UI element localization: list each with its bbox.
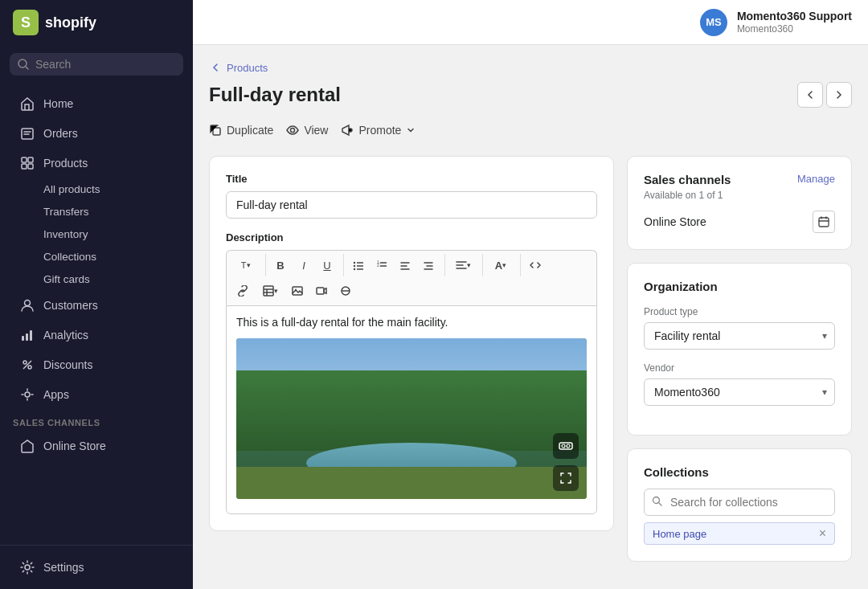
page-title-row: Full-day rental	[209, 82, 852, 108]
sidebar-item-settings[interactable]: Settings	[6, 553, 186, 582]
svg-point-15	[25, 565, 30, 570]
svg-rect-5	[22, 164, 27, 169]
sidebar-item-orders[interactable]: Orders	[6, 119, 186, 148]
strikethrough-button[interactable]	[334, 280, 357, 302]
sidebar-item-customers[interactable]: Customers	[6, 291, 186, 320]
video-button[interactable]	[310, 280, 333, 302]
sidebar-item-discounts-label: Discounts	[43, 358, 92, 371]
action-bar: Duplicate View Promote	[209, 121, 852, 140]
calendar-svg	[818, 216, 829, 227]
view-button[interactable]: View	[286, 121, 328, 140]
shopify-logo[interactable]: S shopify	[0, 0, 193, 45]
collections-title: Collections	[644, 465, 835, 479]
align-button[interactable]: ▾	[448, 254, 477, 276]
duplicate-label: Duplicate	[227, 124, 273, 137]
collections-search-input[interactable]	[644, 489, 835, 516]
sidebar-item-collections[interactable]: Collections	[6, 246, 186, 268]
sidebar: S shopify Home Orders	[0, 0, 193, 589]
sidebar-item-apps[interactable]: Apps	[6, 380, 186, 409]
text-style-icon: T	[241, 260, 247, 270]
vr-icon[interactable]	[553, 433, 579, 459]
channel-name: Online Store	[644, 215, 706, 228]
fullscreen-icon[interactable]	[553, 465, 579, 491]
sidebar-item-discounts[interactable]: Discounts	[6, 350, 186, 379]
prev-product-button[interactable]	[797, 82, 823, 108]
sidebar-item-home[interactable]: Home	[6, 89, 186, 118]
promote-button[interactable]: Promote	[341, 121, 416, 140]
image-button[interactable]	[286, 280, 309, 302]
duplicate-button[interactable]: Duplicate	[209, 121, 273, 140]
svg-point-14	[25, 392, 30, 397]
shopify-wordmark: shopify	[45, 14, 96, 31]
vendor-select[interactable]: Momento360	[644, 378, 835, 406]
sidebar-search-input[interactable]	[35, 58, 175, 71]
code-button[interactable]	[524, 254, 547, 276]
organization-title: Organization	[644, 280, 835, 293]
view-icon	[286, 124, 299, 137]
svg-point-20	[354, 265, 355, 267]
collections-tag-remove-button[interactable]: ×	[819, 527, 826, 540]
text-style-button[interactable]: T ▾	[231, 254, 260, 276]
title-input[interactable]	[226, 191, 597, 219]
sidebar-item-online-store[interactable]: Online Store	[6, 432, 186, 460]
collections-label: Collections	[43, 251, 96, 263]
text-style-dropdown-icon: ▾	[247, 261, 251, 269]
indent-left-button[interactable]	[394, 254, 416, 276]
text-format-group: T ▾	[231, 254, 260, 276]
link-button[interactable]	[231, 280, 254, 302]
view-label: View	[304, 124, 328, 137]
underline-button[interactable]: U	[316, 254, 338, 276]
orders-icon	[19, 125, 35, 141]
calendar-icon[interactable]	[813, 211, 835, 233]
svg-rect-9	[26, 333, 28, 341]
image-inner	[236, 338, 587, 499]
product-type-select[interactable]: Facility rental	[644, 322, 835, 350]
toolbar-row2: ▾	[231, 280, 592, 302]
arrow-right-icon	[833, 89, 845, 100]
img-ground	[236, 467, 587, 499]
svg-point-38	[653, 497, 660, 504]
svg-point-7	[25, 301, 31, 306]
vr-goggles-icon	[559, 441, 573, 451]
ordered-list-button[interactable]: 1.2.	[371, 254, 393, 276]
sidebar-item-analytics-label: Analytics	[43, 329, 88, 342]
sidebar-navigation: Home Orders Products All products Transf…	[0, 84, 193, 545]
vendor-label: Vendor	[644, 362, 835, 374]
sales-card-header: Sales channels Manage	[644, 173, 835, 186]
sidebar-item-customers-label: Customers	[43, 299, 98, 312]
products-icon	[19, 155, 35, 171]
organization-card: Organization Product type Facility renta…	[627, 263, 852, 436]
vendor-select-wrap: Momento360 ▾	[644, 378, 835, 406]
duplicate-icon	[209, 124, 222, 137]
sidebar-item-products[interactable]: Products	[6, 149, 186, 178]
bold-button[interactable]: B	[269, 254, 292, 276]
color-group: A ▾	[482, 254, 515, 276]
sales-channels-card: Sales channels Manage Available on 1 of …	[627, 156, 852, 250]
text-color-button[interactable]: A ▾	[486, 254, 515, 276]
editor-body[interactable]: This is a full-day rental for the main f…	[226, 305, 597, 514]
indent-right-button[interactable]	[417, 254, 440, 276]
unordered-list-button[interactable]	[347, 254, 370, 276]
editor-description-text: This is a full-day rental for the main f…	[236, 316, 587, 329]
video-icon	[316, 285, 327, 297]
collections-tag-label: Home page	[653, 528, 706, 540]
collections-search	[644, 489, 835, 516]
code-group	[520, 254, 547, 276]
italic-button[interactable]: I	[293, 254, 315, 276]
transfers-label: Transfers	[43, 206, 89, 218]
discounts-icon	[19, 357, 35, 373]
table-button[interactable]: ▾	[256, 280, 285, 302]
svg-rect-31	[317, 288, 324, 294]
sidebar-item-inventory[interactable]: Inventory	[6, 223, 186, 245]
collections-card: Collections Home page ×	[627, 448, 852, 562]
user-store: Momento360	[737, 23, 852, 36]
sidebar-item-all-products[interactable]: All products	[6, 178, 186, 200]
link-icon	[237, 285, 248, 297]
title-description-card: Title Description T ▾	[209, 156, 614, 531]
sidebar-item-analytics[interactable]: Analytics	[6, 321, 186, 350]
breadcrumb-products-link[interactable]: Products	[227, 62, 268, 74]
sidebar-item-transfers[interactable]: Transfers	[6, 201, 186, 223]
next-product-button[interactable]	[826, 82, 852, 108]
sidebar-item-gift-cards[interactable]: Gift cards	[6, 268, 186, 290]
manage-link[interactable]: Manage	[797, 173, 835, 185]
